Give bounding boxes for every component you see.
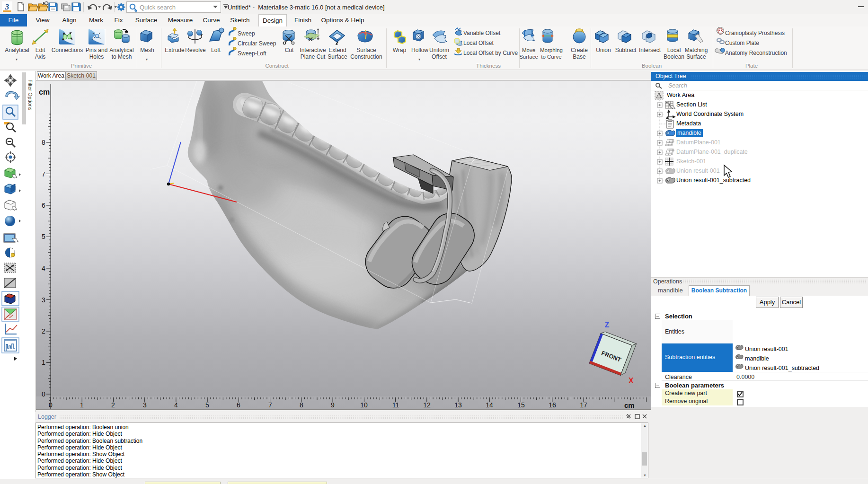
svg-text:5: 5 [205, 401, 209, 409]
svg-text:12: 12 [423, 401, 431, 409]
svg-text:2: 2 [42, 327, 45, 335]
svg-text:6: 6 [42, 202, 45, 209]
svg-text:11: 11 [392, 401, 399, 409]
svg-text:10: 10 [360, 401, 368, 409]
svg-text:2: 2 [111, 401, 115, 409]
svg-text:0: 0 [49, 401, 53, 409]
svg-text:3: 3 [42, 296, 45, 304]
svg-text:cm: cm [39, 88, 50, 96]
svg-text:3: 3 [143, 401, 147, 409]
svg-text:8: 8 [300, 401, 303, 409]
svg-text:9: 9 [331, 401, 335, 409]
svg-text:16: 16 [549, 401, 556, 409]
svg-text:Z: Z [605, 321, 610, 329]
svg-text:14: 14 [486, 401, 493, 409]
svg-text:15: 15 [517, 401, 525, 409]
svg-text:5: 5 [42, 233, 45, 240]
svg-text:3: 3 [5, 2, 9, 11]
svg-text:13: 13 [454, 401, 462, 409]
svg-text:cm: cm [624, 401, 635, 409]
svg-text:7: 7 [268, 401, 272, 409]
svg-text:8: 8 [42, 139, 45, 146]
svg-text:7: 7 [42, 170, 45, 178]
svg-text:4: 4 [174, 401, 178, 409]
svg-text:1: 1 [42, 359, 45, 366]
svg-text:4: 4 [42, 264, 45, 272]
svg-text:1: 1 [80, 401, 84, 409]
svg-text:0: 0 [42, 390, 45, 398]
svg-text:X: X [629, 377, 634, 385]
svg-text:6: 6 [237, 401, 240, 409]
svg-text:17: 17 [580, 401, 587, 409]
